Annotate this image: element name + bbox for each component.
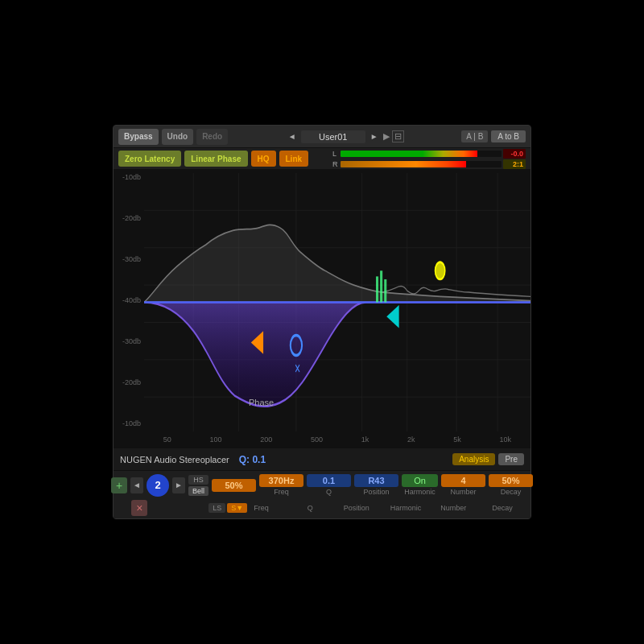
band-position-value[interactable]: R43 xyxy=(354,474,398,487)
plugin-window: Bypass Undo Redo ◄ User01 ► ▶ ⊟ A | B A … xyxy=(113,125,531,519)
meter-l-value: -0.0 xyxy=(503,149,526,159)
eq-band3-point[interactable] xyxy=(386,305,398,328)
band-decay-param: 50% Decay xyxy=(489,474,533,496)
freq-5k: 5k xyxy=(453,436,461,444)
band-q-label: Q xyxy=(326,488,332,496)
freq-100: 100 xyxy=(210,436,222,444)
hq-button[interactable]: HQ xyxy=(251,151,276,167)
atob-button[interactable]: A to B xyxy=(491,130,526,142)
freq-1k: 1k xyxy=(361,436,369,444)
band-type-bell[interactable]: Bell xyxy=(188,486,208,496)
preset-area: ◄ User01 ► ▶ ⊟ xyxy=(231,130,458,143)
freq-200: 200 xyxy=(260,436,272,444)
meter-l-row: L -0.0 xyxy=(332,149,526,159)
pre-button[interactable]: Pre xyxy=(498,453,524,465)
preset-name: User01 xyxy=(301,130,365,143)
meter-r-value: 2:1 xyxy=(503,159,526,169)
band-prev-button[interactable]: ◄ xyxy=(130,477,143,493)
band-number: 2 xyxy=(147,474,169,497)
q-label: Q: xyxy=(239,454,250,465)
preset-prev-button[interactable]: ◄ xyxy=(286,132,299,141)
eq-band4-point[interactable] xyxy=(436,262,445,279)
eq-band2-x: × xyxy=(295,358,300,378)
mode-row: Zero Latency Linear Phase HQ Link L -0.0… xyxy=(114,148,530,169)
db-label-40: -40db xyxy=(114,296,144,304)
band-row2: × LS S▼ Freq Q Position Harmonic Number … xyxy=(131,500,513,516)
band-q-value[interactable]: 0.1 xyxy=(307,474,351,487)
freq-labels: 50 100 200 500 1k 2k 5k 10k xyxy=(144,431,530,448)
q-value: 0.1 xyxy=(252,454,266,465)
band-q-label-bot: Q xyxy=(308,504,313,512)
eq-spectrum-fill xyxy=(144,225,530,302)
meters: L -0.0 R 2:1 xyxy=(332,149,526,169)
db-label-20: -20db xyxy=(114,214,144,222)
plugin-title: NUGEN Audio Stereoplacer xyxy=(120,455,229,464)
band-harmonic-label: Harmonic xyxy=(404,488,436,496)
eq-display[interactable]: -10db -20db -30db -40db -30db -20db -10d… xyxy=(114,169,530,448)
band-harmonic-label-bot: Harmonic xyxy=(390,504,422,512)
meter-r-fill xyxy=(341,161,466,167)
eq-svg: × xyxy=(144,173,530,431)
band-remove-button[interactable]: × xyxy=(131,500,147,516)
preset-save-button[interactable]: ⊟ xyxy=(392,130,404,142)
meter-l-bar xyxy=(341,151,502,157)
db-label-10top: -10db xyxy=(114,173,144,181)
meter-l-fill xyxy=(341,151,477,157)
band-type-ls[interactable]: LS xyxy=(208,503,225,513)
db-label-30top: -30db xyxy=(114,255,144,263)
band-next-button[interactable]: ► xyxy=(172,477,185,493)
freq-50: 50 xyxy=(163,436,171,444)
link-button[interactable]: Link xyxy=(279,151,309,167)
band-freq-label-bot: Freq xyxy=(254,504,269,512)
bypass-button[interactable]: Bypass xyxy=(118,129,159,145)
freq-10k: 10k xyxy=(500,436,512,444)
band-harmonic-value[interactable]: On xyxy=(402,474,438,487)
freq-500: 500 xyxy=(311,436,323,444)
band-number-label: Number xyxy=(451,488,477,496)
info-row: NUGEN Audio Stereoplacer Q: 0.1 Analysis… xyxy=(114,448,530,470)
redo-button[interactable]: Redo xyxy=(196,129,228,145)
band-type-hs[interactable]: HS xyxy=(188,475,208,485)
band-gain-value[interactable]: 50% xyxy=(212,479,256,492)
band-decay-label: Decay xyxy=(501,488,522,496)
band-freq-param: 370Hz Freq xyxy=(259,474,303,496)
band-position-label: Position xyxy=(364,488,390,496)
meter-r-row: R 2:1 xyxy=(332,159,526,169)
eq-area[interactable]: × Phase xyxy=(144,173,530,431)
ab-button[interactable]: A | B xyxy=(461,130,488,142)
band-position-label-bot: Position xyxy=(344,504,369,512)
band-number-param: 4 Number xyxy=(441,474,485,496)
band-decay-value[interactable]: 50% xyxy=(489,474,533,487)
linear-phase-button[interactable]: Linear Phase xyxy=(184,151,247,167)
meter-l-label: L xyxy=(332,150,339,158)
band-gain-param: 50% xyxy=(212,479,256,492)
band-harmonic-param: On Harmonic xyxy=(402,474,438,496)
band-number-value[interactable]: 4 xyxy=(441,474,485,487)
band-controls: + ◄ 2 ► HS Bell 50% 370Hz Freq 0.1 Q R43… xyxy=(114,470,530,518)
eq-bar3 xyxy=(384,279,386,303)
eq-bar2 xyxy=(380,270,382,302)
eq-bar1 xyxy=(376,276,378,302)
band-q-param: 0.1 Q xyxy=(307,474,351,496)
band-number-label-bot: Number xyxy=(440,504,466,512)
db-label-10bot: -10db xyxy=(114,419,144,427)
band-row1: + ◄ 2 ► HS Bell 50% 370Hz Freq 0.1 Q R43… xyxy=(111,474,533,497)
analysis-button[interactable]: Analysis xyxy=(452,453,495,465)
q-display: Q: 0.1 xyxy=(239,454,266,465)
band-decay-label-bot: Decay xyxy=(492,504,513,512)
db-labels: -10db -20db -30db -40db -30db -20db -10d… xyxy=(114,169,144,431)
db-label-20bot: -20db xyxy=(114,378,144,386)
band-freq-value[interactable]: 370Hz xyxy=(259,474,303,487)
toolbar: Bypass Undo Redo ◄ User01 ► ▶ ⊟ A | B A … xyxy=(114,126,530,148)
db-label-30bot: -30db xyxy=(114,337,144,345)
preset-play-button[interactable]: ▶ xyxy=(383,131,390,142)
preset-next-button[interactable]: ► xyxy=(368,132,381,141)
band-freq-label: Freq xyxy=(274,488,289,496)
meter-r-bar xyxy=(341,161,502,167)
undo-button[interactable]: Undo xyxy=(162,129,194,145)
band-add-button[interactable]: + xyxy=(111,477,127,493)
zero-latency-button[interactable]: Zero Latency xyxy=(118,151,181,167)
freq-2k: 2k xyxy=(407,436,415,444)
band-ls-select[interactable]: S▼ xyxy=(227,503,247,513)
meter-r-label: R xyxy=(332,160,339,168)
